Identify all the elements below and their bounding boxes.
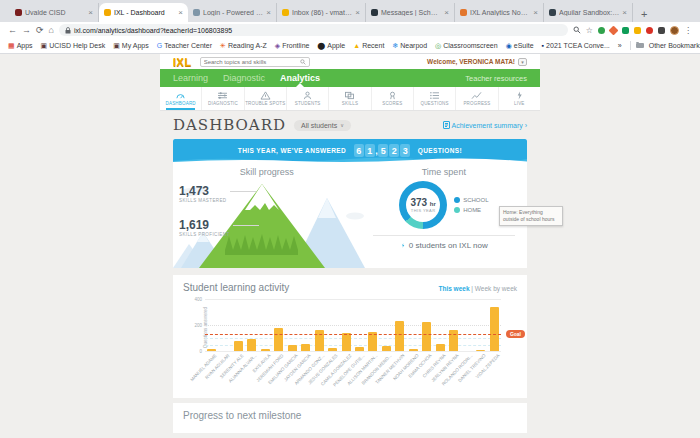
activity-bar[interactable] (342, 333, 351, 351)
teacher-resources-link[interactable]: Teacher resources (465, 74, 527, 83)
browser-tab[interactable]: IXL - Dashboard× (99, 3, 188, 22)
tab-close-icon[interactable]: × (88, 8, 93, 17)
activity-bar[interactable] (422, 322, 431, 351)
bookmark-item[interactable]: ▲Recent (353, 42, 384, 49)
banner-prefix: THIS YEAR, WE'VE ANSWERED (238, 147, 346, 154)
browser-tab[interactable]: IXL Analytics Novice -× (455, 3, 544, 22)
other-bookmarks-button[interactable]: Other Bookmarks (649, 42, 700, 49)
bookmark-item[interactable]: ⬤Apple (317, 42, 345, 49)
profile-avatar[interactable] (670, 26, 679, 35)
nav-item-analytics[interactable]: Analytics (280, 69, 320, 87)
tab-favicon (15, 9, 22, 16)
extension-icon-slides[interactable] (634, 27, 641, 34)
subnav-label: SCORES (382, 101, 402, 106)
gridline (205, 325, 501, 326)
tab-close-icon[interactable]: × (266, 8, 271, 17)
bookmark-item[interactable]: ▪2021 TCEA Conve... (542, 42, 610, 49)
browser-tab[interactable]: Uvalde CISD× (10, 3, 99, 22)
bookmark-item[interactable]: ◈Frontline (275, 42, 310, 49)
skill-search-input[interactable] (204, 59, 300, 65)
lock-icon (65, 27, 71, 34)
home-dot (454, 207, 460, 213)
bookmark-item[interactable]: ◉eSuite (506, 42, 534, 49)
activity-bar[interactable] (301, 344, 310, 351)
subnav-tab-scores[interactable]: SCORES (372, 87, 414, 110)
reload-icon[interactable]: ⟳ (36, 26, 44, 35)
subnav-tab-progress[interactable]: PROGRESS (456, 87, 498, 110)
y-tick-400: 400 (194, 297, 202, 302)
browser-tab[interactable]: Inbox (86) - vmata75× (277, 3, 366, 22)
warning-icon (260, 91, 271, 100)
bookmark-label: My Apps (122, 42, 149, 49)
legend-home[interactable]: HOME (454, 207, 488, 213)
hours-unit: hr (430, 201, 436, 207)
browser-menu-icon[interactable]: ⋮ (684, 26, 692, 35)
bookmark-favicon: ◉ (506, 42, 512, 49)
activity-bar[interactable] (247, 339, 256, 351)
activity-bar[interactable] (315, 330, 324, 351)
filter-label: All students (301, 122, 337, 129)
gridline (205, 299, 501, 300)
subnav-tab-dashboard[interactable]: DASHBOARD (160, 87, 202, 110)
activity-bar[interactable] (274, 328, 283, 351)
account-dropdown[interactable]: ▾ (518, 58, 527, 66)
ixl-logo[interactable]: IXL (173, 56, 192, 68)
subnav-tab-trouble-spots[interactable]: TROUBLE SPOTS (245, 87, 287, 110)
subnav-tab-questions[interactable]: QUESTIONS (414, 87, 456, 110)
bookmark-item[interactable]: » (618, 42, 622, 49)
browser-tab[interactable]: Aguilar Sandbox: Sec× (544, 3, 633, 22)
nav-item-learning[interactable]: Learning (173, 69, 208, 87)
new-tab-button[interactable]: + (633, 8, 655, 22)
tab-close-icon[interactable]: × (444, 8, 449, 17)
subnav-tab-students[interactable]: STUDENTS (287, 87, 329, 110)
week-by-week-tab[interactable]: Week by week (475, 285, 517, 292)
tab-close-icon[interactable]: × (622, 8, 627, 17)
tab-close-icon[interactable]: × (533, 8, 538, 17)
extension-icon-sheets[interactable] (622, 27, 629, 34)
legend-school[interactable]: SCHOOL (454, 197, 488, 203)
student-filter-dropdown[interactable]: All students ∨ (294, 120, 351, 131)
bookmark-item[interactable]: ❄Nearpod (392, 42, 427, 49)
tab-close-icon[interactable]: × (178, 8, 183, 17)
bookmark-favicon: ◎ (435, 42, 441, 49)
tab-title: IXL - Dashboard (114, 9, 175, 16)
extension-icon-diamond[interactable] (609, 25, 619, 35)
browser-tab[interactable]: Login - Powered by Sk× (188, 3, 277, 22)
subnav-tab-live[interactable]: LIVE (499, 87, 540, 110)
browser-tab[interactable]: Messages | Schoology× (366, 3, 455, 22)
home-icon[interactable]: ⌂ (49, 26, 54, 35)
bookmark-item[interactable]: ▦Apps (8, 42, 33, 49)
forward-icon[interactable]: → (22, 26, 31, 35)
bookmark-item[interactable]: GTeacher Center (157, 42, 212, 49)
achievement-icon (443, 121, 450, 129)
tab-favicon (193, 9, 200, 16)
url-field[interactable]: ixl.com/analytics/dashboard?teacherId=10… (59, 24, 568, 36)
activity-bar[interactable] (234, 341, 243, 351)
activity-bar[interactable] (436, 344, 445, 351)
skill-search[interactable] (200, 57, 310, 67)
time-spent-donut-chart[interactable]: 373 hr THIS YEAR (399, 181, 447, 229)
bookmark-star-icon[interactable]: ☆ (586, 26, 593, 35)
donut-center: 373 hr THIS YEAR (399, 181, 447, 229)
subnav-tab-skills[interactable]: SKILLS (329, 87, 371, 110)
achievement-summary-link[interactable]: Achievement summary › (443, 121, 527, 129)
tab-title: Aguilar Sandbox: Sec (559, 9, 619, 16)
bookmark-item[interactable]: ◎Classroomscreen (435, 42, 498, 49)
nav-item-diagnostic[interactable]: Diagnostic (223, 69, 265, 87)
goal-badge[interactable]: Goal (506, 330, 525, 338)
bookmark-label: Apps (17, 42, 33, 49)
bookmark-item[interactable]: ▣My Apps (113, 42, 148, 49)
tab-close-icon[interactable]: × (355, 8, 360, 17)
bookmark-item[interactable]: ✳Reading A-Z (220, 42, 267, 49)
extension-icon-green[interactable] (598, 27, 605, 34)
search-zoom-icon[interactable] (573, 26, 581, 34)
back-icon[interactable]: ← (8, 26, 17, 35)
this-week-tab[interactable]: This week (438, 285, 469, 292)
subnav-tab-diagnostic[interactable]: DIAGNOSTIC (202, 87, 244, 110)
summary-card: THIS YEAR, WE'VE ANSWERED 61,523 QUESTIO… (173, 139, 527, 268)
extension-icon-record[interactable] (646, 27, 653, 34)
activity-bar[interactable] (395, 321, 404, 351)
bookmark-item[interactable]: ▣UCISD Help Desk (41, 42, 106, 49)
activity-bar[interactable] (490, 307, 499, 351)
extension-icon-puzzle[interactable] (658, 27, 665, 34)
